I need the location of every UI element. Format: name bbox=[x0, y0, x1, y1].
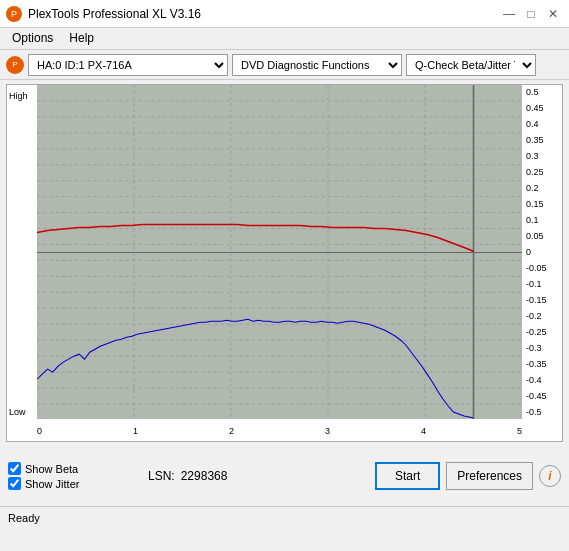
window-title: PlexTools Professional XL V3.16 bbox=[28, 7, 201, 21]
chart-svg bbox=[37, 85, 522, 419]
menu-options[interactable]: Options bbox=[6, 30, 59, 47]
lsn-area: LSN: 2298368 bbox=[148, 469, 227, 483]
start-button[interactable]: Start bbox=[375, 462, 440, 490]
minimize-button[interactable]: — bbox=[499, 5, 519, 23]
right-buttons: Start Preferences i bbox=[375, 462, 561, 490]
app-icon: P bbox=[6, 6, 22, 22]
bottom-bar: Show Beta Show Jitter LSN: 2298368 Start… bbox=[0, 446, 569, 506]
function-select[interactable]: DVD Diagnostic Functions bbox=[232, 54, 402, 76]
preferences-button[interactable]: Preferences bbox=[446, 462, 533, 490]
lsn-label: LSN: bbox=[148, 469, 175, 483]
jitter-curve bbox=[37, 319, 474, 418]
chart-plot-area bbox=[37, 85, 522, 419]
x-axis-labels: 0 1 2 3 4 5 bbox=[37, 421, 522, 441]
status-bar: Ready bbox=[0, 506, 569, 528]
test-select[interactable]: Q-Check Beta/Jitter Test bbox=[406, 54, 536, 76]
info-button[interactable]: i bbox=[539, 465, 561, 487]
show-beta-checkbox[interactable] bbox=[8, 462, 21, 475]
chart-container: High Low 0.5 0.45 0.4 0.35 0.3 0.25 0.2 … bbox=[6, 84, 563, 442]
device-select[interactable]: HA:0 ID:1 PX-716A bbox=[28, 54, 228, 76]
menu-bar: Options Help bbox=[0, 28, 569, 50]
show-jitter-checkbox[interactable] bbox=[8, 477, 21, 490]
close-button[interactable]: ✕ bbox=[543, 5, 563, 23]
chart-label-high: High bbox=[9, 91, 28, 101]
show-beta-row: Show Beta bbox=[8, 462, 128, 475]
window-controls: — □ ✕ bbox=[499, 5, 563, 23]
status-text: Ready bbox=[8, 512, 40, 524]
maximize-button[interactable]: □ bbox=[521, 5, 541, 23]
menu-help[interactable]: Help bbox=[63, 30, 100, 47]
checkboxes-area: Show Beta Show Jitter bbox=[8, 462, 128, 490]
show-beta-label: Show Beta bbox=[25, 463, 78, 475]
chart-label-low: Low bbox=[9, 407, 26, 417]
device-icon: P bbox=[6, 56, 24, 74]
y-axis-right: 0.5 0.45 0.4 0.35 0.3 0.25 0.2 0.15 0.1 … bbox=[522, 85, 562, 419]
lsn-value: 2298368 bbox=[181, 469, 228, 483]
toolbar: P HA:0 ID:1 PX-716A DVD Diagnostic Funct… bbox=[0, 50, 569, 80]
title-bar: P PlexTools Professional XL V3.16 — □ ✕ bbox=[0, 0, 569, 28]
show-jitter-label: Show Jitter bbox=[25, 478, 79, 490]
show-jitter-row: Show Jitter bbox=[8, 477, 128, 490]
